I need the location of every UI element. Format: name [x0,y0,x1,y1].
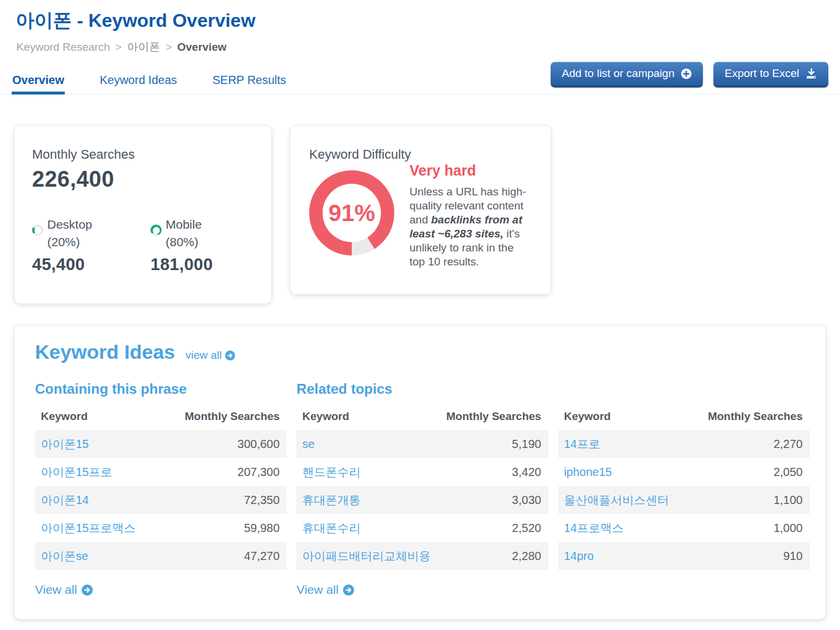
keyword-link[interactable]: 아이폰15프로 [41,464,112,480]
mobile-stat: Mobile (80%) 181,000 [150,218,254,274]
table-header: Keyword Monthly Searches [296,410,548,423]
keyword-link[interactable]: 아이폰14 [41,492,89,508]
difficulty-rating: Very hard [410,162,532,179]
table-row: 울산애플서비스센터1,100 [558,486,810,514]
header-actions: Add to list or campaign Export to Excel [551,62,828,88]
keyword-difficulty-card: Keyword Difficulty 91% Very hard Unless … [290,125,551,295]
keyword-link[interactable]: 14pro [564,550,594,563]
difficulty-donut-gauge: 91% [309,170,394,256]
keyword-overview-page: 아이폰 - Keyword Overview Keyword Research … [0,0,840,630]
device-breakdown: Desktop (20%) 45,400 Mobile (80%) 181,00… [32,218,254,274]
monthly-searches-value: 207,300 [237,466,279,479]
table-row: se5,190 [296,430,548,458]
monthly-searches-value: 59,980 [244,522,279,535]
keyword-link[interactable]: 아이폰se [41,548,88,564]
add-to-list-label: Add to list or campaign [562,67,674,80]
table-row: 아이폰15300,600 [35,430,286,458]
keyword-link[interactable]: 울산애플서비스센터 [564,492,669,508]
table-header: Keyword Monthly Searches [35,410,286,423]
view-all-label: View all [35,583,77,597]
keyword-link[interactable]: iphone15 [564,466,612,479]
desktop-value: 45,400 [32,255,135,274]
table-row: 14pro910 [558,542,810,570]
related-topics-column-2: Keyword Monthly Searches 14프로2,270 iphon… [558,381,810,597]
keyword-link[interactable]: 아이패드배터리교체비용 [302,548,430,564]
add-to-list-button[interactable]: Add to list or campaign [551,62,703,88]
keyword-difficulty-title: Keyword Difficulty [309,147,532,162]
table-body: se5,190 핸드폰수리3,420 휴대폰개통3,030 휴대폰수리2,520… [296,430,548,570]
desktop-stat: Desktop (20%) 45,400 [32,218,135,274]
monthly-searches-value: 910 [783,550,803,563]
monthly-searches-value: 2,280 [512,550,541,563]
arrow-right-circle-icon [225,351,235,360]
monthly-searches-value: 3,420 [512,466,541,479]
keyword-column-header: Keyword [41,410,88,423]
containing-phrase-view-all-link[interactable]: View all [35,583,93,597]
table-row: 아이폰15프로207,300 [35,458,286,486]
table-row: 아이폰1472,350 [35,486,286,514]
breadcrumb-keyword-research[interactable]: Keyword Research [16,41,110,54]
keyword-ideas-title: Keyword Ideas [35,341,175,363]
table-row: 휴대폰개통3,030 [296,486,548,514]
keyword-link[interactable]: 핸드폰수리 [302,464,360,480]
table-row: 휴대폰수리2,520 [296,514,548,542]
breadcrumb-separator: > [116,41,122,54]
keyword-link[interactable]: 휴대폰개통 [302,492,360,508]
monthly-searches-value: 3,030 [512,494,541,507]
monthly-searches-value: 1,100 [774,494,803,507]
desktop-ring-gauge-icon [32,225,43,236]
monthly-searches-title: Monthly Searches [32,147,254,162]
monthly-searches-value: 47,270 [244,550,279,563]
keyword-link[interactable]: 14프로 [564,436,600,452]
keyword-link[interactable]: 아이폰15 [41,436,89,452]
difficulty-percent: 91% [328,200,375,226]
desktop-label: Desktop [47,218,92,232]
arrow-right-circle-icon [82,584,93,596]
breadcrumb-separator: > [166,41,172,54]
page-title: 아이폰 - Keyword Overview [16,8,256,34]
monthly-searches-column-header: Monthly Searches [446,410,541,423]
breadcrumb: Keyword Research > 아이폰 > Overview [16,40,226,55]
keyword-tables: Containing this phrase Keyword Monthly S… [35,381,810,597]
keyword-ideas-view-all-link[interactable]: view all [186,349,235,362]
breadcrumb-overview: Overview [177,41,227,54]
table-row: 14프로맥스1,000 [558,514,810,542]
containing-phrase-column: Containing this phrase Keyword Monthly S… [35,381,286,597]
monthly-searches-column-header: Monthly Searches [185,410,280,423]
export-to-excel-label: Export to Excel [724,67,799,80]
tab-serp-results[interactable]: SERP Results [212,74,286,94]
keyword-link[interactable]: 휴대폰수리 [302,520,360,536]
monthly-searches-value: 2,050 [774,466,803,479]
keyword-link[interactable]: se [302,438,314,451]
monthly-searches-value: 5,190 [512,438,541,451]
table-row: iphone152,050 [558,458,810,486]
related-topics-heading: Related topics [296,381,548,402]
related-topics-heading-spacer [558,381,810,402]
monthly-searches-value: 72,350 [244,494,279,507]
tab-keyword-ideas[interactable]: Keyword Ideas [99,74,177,94]
keyword-link[interactable]: 아이폰15프로맥스 [41,520,135,536]
monthly-searches-value: 300,600 [237,438,279,451]
difficulty-description: Unless a URL has high-quality relevant c… [410,185,532,269]
table-body: 아이폰15300,600 아이폰15프로207,300 아이폰1472,350 … [35,430,286,570]
table-row: 아이폰15프로맥스59,980 [35,514,286,542]
mobile-percent: (80%) [166,235,202,249]
related-topics-view-all-link[interactable]: View all [296,583,354,597]
view-all-label: View all [296,583,338,597]
table-row: 아이폰se47,270 [35,542,286,570]
table-row: 14프로2,270 [558,430,810,458]
related-topics-column-1: Related topics Keyword Monthly Searches … [296,381,548,597]
mobile-label: Mobile [166,218,202,232]
keyword-link[interactable]: 14프로맥스 [564,520,624,536]
table-header: Keyword Monthly Searches [558,410,810,423]
keyword-column-header: Keyword [564,410,611,423]
monthly-searches-value: 2,270 [774,438,803,451]
breadcrumb-keyword[interactable]: 아이폰 [127,40,160,55]
mobile-value: 181,000 [150,255,254,274]
desktop-percent: (20%) [47,235,92,249]
table-row: 아이패드배터리교체비용2,280 [296,542,548,570]
arrow-right-circle-icon [343,584,354,596]
tab-overview[interactable]: Overview [12,74,65,94]
monthly-searches-value: 1,000 [774,522,803,535]
export-to-excel-button[interactable]: Export to Excel [713,62,828,88]
